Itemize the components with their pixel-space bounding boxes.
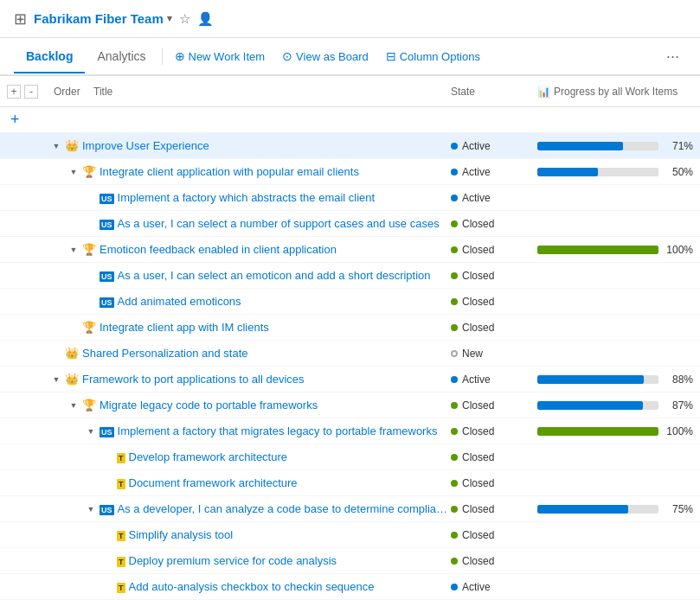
column-options-button[interactable]: ⊟ Column Options bbox=[377, 44, 489, 68]
expand-icon[interactable]: ▼ bbox=[67, 401, 80, 410]
progress-cell: 71% bbox=[537, 140, 693, 152]
view-as-board-label: View as Board bbox=[296, 50, 369, 63]
table-row[interactable]: ▼ 🏆 Emoticon feedback enabled in client … bbox=[0, 237, 700, 263]
nav-more-button[interactable]: ··· bbox=[659, 44, 686, 69]
table-row[interactable]: T Deploy premium service for code analys… bbox=[0, 548, 700, 574]
table-row[interactable]: US As a user, I can select an emoticon a… bbox=[0, 263, 700, 289]
state-label: Closed bbox=[462, 555, 494, 567]
feature-icon: 🏆 bbox=[82, 243, 96, 256]
state-dot bbox=[451, 480, 458, 487]
progress-bar-fill bbox=[537, 401, 643, 410]
item-title[interactable]: Integrate client app with IM clients bbox=[100, 321, 451, 334]
item-title[interactable]: Integrate client application with popula… bbox=[100, 165, 451, 178]
expand-all-icon[interactable]: + bbox=[7, 85, 21, 99]
tab-backlog[interactable]: Backlog bbox=[14, 41, 85, 73]
expand-icon[interactable]: ▼ bbox=[50, 142, 62, 150]
state-label: Active bbox=[462, 166, 491, 178]
item-title[interactable]: Document framework architecture bbox=[129, 476, 452, 489]
table-row[interactable]: ▼ US As a developer, I can analyze a cod… bbox=[0, 496, 700, 522]
epic-icon: 👑 bbox=[65, 373, 79, 386]
state-dot bbox=[451, 428, 458, 435]
col-title-header: Title bbox=[93, 86, 451, 98]
item-title[interactable]: As a user, I can select an emoticon and … bbox=[118, 269, 451, 282]
item-title[interactable]: Add animated emoticons bbox=[118, 295, 451, 308]
item-title[interactable]: Framework to port applications to all de… bbox=[82, 373, 451, 386]
state-dot bbox=[451, 506, 458, 513]
progress-pct-label: 71% bbox=[664, 140, 693, 152]
column-options-label: Column Options bbox=[400, 50, 480, 63]
item-title[interactable]: Shared Personalization and state bbox=[82, 347, 451, 360]
table-row[interactable]: T Develop framework architecture Closed bbox=[0, 444, 700, 470]
item-title[interactable]: Implement a factory that migrates legacy… bbox=[118, 424, 451, 437]
expand-icon[interactable]: ▼ bbox=[67, 168, 80, 176]
item-state: Closed bbox=[451, 451, 537, 463]
item-title[interactable]: Improve User Experience bbox=[82, 139, 434, 152]
header-icons: ☆ 👤 bbox=[179, 11, 214, 27]
story-icon: US bbox=[100, 424, 114, 437]
table-row[interactable]: ▼ 👑 Improve User Experience ··· Active 7… bbox=[0, 133, 700, 159]
item-state: Closed bbox=[451, 529, 537, 541]
table-row[interactable]: T Add auto-analysis checkbox to checkin … bbox=[0, 574, 700, 600]
table-row[interactable]: ▼ 🏆 Migrate legacy code to portable fram… bbox=[0, 393, 700, 418]
story-icon: US bbox=[100, 191, 114, 204]
state-dot bbox=[451, 584, 458, 590]
table-row[interactable]: 🏆 Integrate client app with IM clients C… bbox=[0, 315, 700, 341]
expand-icon[interactable]: ▼ bbox=[85, 427, 97, 436]
item-state: Closed bbox=[451, 322, 537, 334]
state-dot bbox=[451, 169, 458, 176]
progress-pct-label: 75% bbox=[664, 503, 693, 515]
progress-bar-bg bbox=[537, 142, 658, 150]
progress-cell: 87% bbox=[537, 399, 693, 412]
story-icon: US bbox=[100, 502, 114, 515]
item-title[interactable]: As a user, I can select a number of supp… bbox=[118, 217, 451, 230]
view-as-board-button[interactable]: ⊙ View as Board bbox=[273, 44, 377, 68]
table-row[interactable]: ▼ US Implement a factory that migrates l… bbox=[0, 418, 700, 444]
table-row[interactable]: ▼ 👑 Framework to port applications to al… bbox=[0, 367, 700, 393]
task-icon: T bbox=[117, 554, 125, 567]
state-dot bbox=[451, 246, 458, 253]
item-title[interactable]: Deploy premium service for code analysis bbox=[129, 554, 452, 567]
tab-analytics[interactable]: Analytics bbox=[85, 41, 157, 73]
new-work-item-label: New Work Item bbox=[189, 50, 266, 63]
expand-icon[interactable]: ▼ bbox=[50, 375, 62, 384]
new-work-item-button[interactable]: ⊕ New Work Item bbox=[166, 44, 274, 68]
item-title[interactable]: As a developer, I can analyze a code bas… bbox=[118, 502, 451, 515]
progress-bar-fill bbox=[537, 142, 623, 150]
item-title[interactable]: Add auto-analysis checkbox to checkin se… bbox=[129, 580, 452, 593]
progress-cell: 100% bbox=[537, 244, 693, 256]
task-icon: T bbox=[117, 528, 125, 541]
table-row[interactable]: T Document framework architecture Closed bbox=[0, 470, 700, 496]
expand-icon[interactable]: ▼ bbox=[85, 505, 97, 514]
state-label: New bbox=[462, 348, 483, 360]
table-row[interactable]: US Add animated emoticons Closed bbox=[0, 289, 700, 315]
state-label: Closed bbox=[462, 529, 494, 541]
team-chevron-icon[interactable]: ▾ bbox=[167, 13, 172, 24]
item-title[interactable]: Simplify analysis tool bbox=[129, 528, 452, 541]
team-name[interactable]: Fabrikam Fiber Team ▾ bbox=[34, 11, 172, 26]
state-dot bbox=[451, 402, 458, 409]
item-title[interactable]: Emoticon feedback enabled in client appl… bbox=[100, 243, 451, 256]
state-dot bbox=[451, 350, 458, 357]
progress-cell: 75% bbox=[537, 503, 693, 515]
progress-bar-fill bbox=[537, 505, 628, 514]
table-row[interactable]: US As a user, I can select a number of s… bbox=[0, 211, 700, 237]
item-title[interactable]: Migrate legacy code to portable framewor… bbox=[100, 399, 451, 412]
item-title[interactable]: Implement a factory which abstracts the … bbox=[118, 191, 451, 204]
story-icon: US bbox=[100, 295, 114, 308]
state-label: Closed bbox=[462, 244, 494, 256]
state-label: Closed bbox=[462, 425, 494, 437]
add-work-item-button[interactable]: + bbox=[7, 111, 50, 129]
board-icon: ⊙ bbox=[282, 49, 292, 63]
collapse-all-icon[interactable]: - bbox=[24, 85, 38, 99]
star-icon[interactable]: ☆ bbox=[179, 11, 190, 27]
table-row[interactable]: 👑 Shared Personalization and state New bbox=[0, 341, 700, 367]
state-label: Closed bbox=[462, 399, 494, 412]
expand-icon[interactable]: ▼ bbox=[67, 246, 80, 254]
table-row[interactable]: T Simplify analysis tool Closed bbox=[0, 522, 700, 548]
table-row[interactable]: ▼ 🏆 Integrate client application with po… bbox=[0, 159, 700, 185]
person-add-icon[interactable]: 👤 bbox=[197, 11, 214, 27]
progress-cell: 100% bbox=[537, 425, 693, 437]
item-title[interactable]: Develop framework architecture bbox=[129, 450, 452, 463]
table-row[interactable]: US Implement a factory which abstracts t… bbox=[0, 185, 700, 211]
top-header: ⊞ Fabrikam Fiber Team ▾ ☆ 👤 bbox=[0, 0, 700, 38]
